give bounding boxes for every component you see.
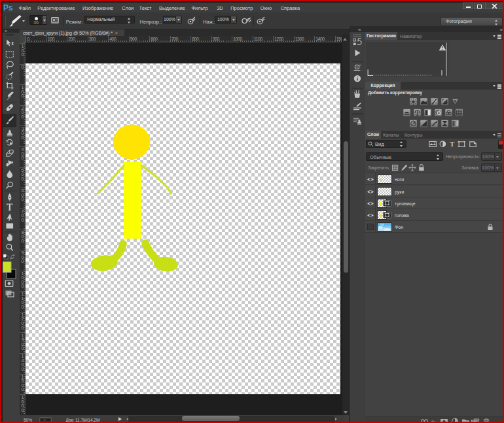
svg-text:fx: fx [431, 418, 436, 423]
svg-text:T: T [450, 141, 454, 148]
